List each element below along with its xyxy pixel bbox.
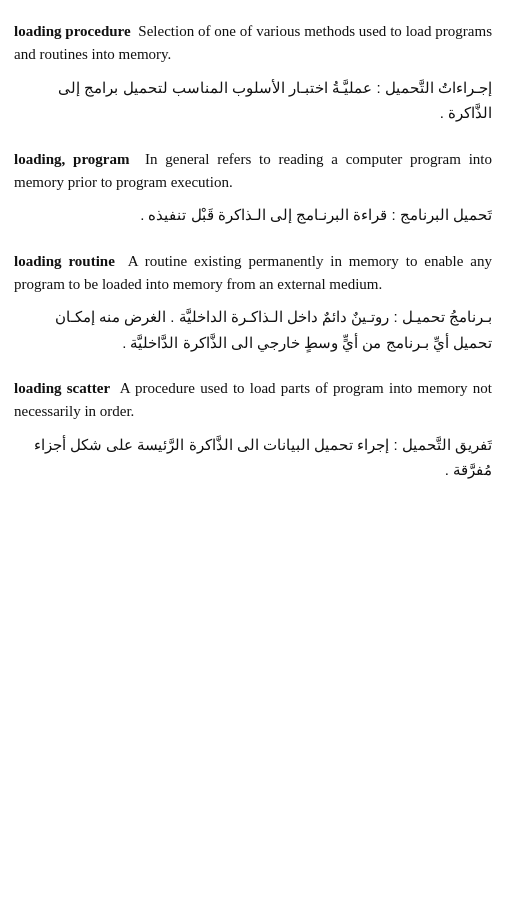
arabic-loading-routine: بـرنامجُ تحميـل : روتـينٌ دائمٌ داخل الـ… xyxy=(14,304,492,355)
entry-loading-scatter: loading scatter A procedure used to load… xyxy=(14,377,492,483)
term-loading-program: loading, program xyxy=(14,151,129,167)
term-loading-procedure: loading procedure xyxy=(14,23,131,39)
entry-english-loading-procedure: loading procedure Selection of one of va… xyxy=(14,20,492,67)
entry-loading-procedure: loading procedure Selection of one of va… xyxy=(14,20,492,126)
entry-english-loading-scatter: loading scatter A procedure used to load… xyxy=(14,377,492,424)
entry-loading-program: loading, program In general refers to re… xyxy=(14,148,492,228)
arabic-loading-procedure: إجـراءاتُ التَّحميل : عمليَّـةُ اختبـار … xyxy=(14,75,492,126)
dictionary-page: loading procedure Selection of one of va… xyxy=(14,20,492,483)
entry-english-loading-routine: loading routine A routine existing perma… xyxy=(14,250,492,297)
entry-english-loading-program: loading, program In general refers to re… xyxy=(14,148,492,195)
arabic-loading-program: تَحميل البرنامج : قراءة البرنـامج إلى ال… xyxy=(14,202,492,228)
arabic-loading-scatter: تَفريق التَّحميل : إجراء تحميل البيانات … xyxy=(14,432,492,483)
term-loading-scatter: loading scatter xyxy=(14,380,110,396)
entry-loading-routine: loading routine A routine existing perma… xyxy=(14,250,492,356)
term-loading-routine: loading routine xyxy=(14,253,115,269)
